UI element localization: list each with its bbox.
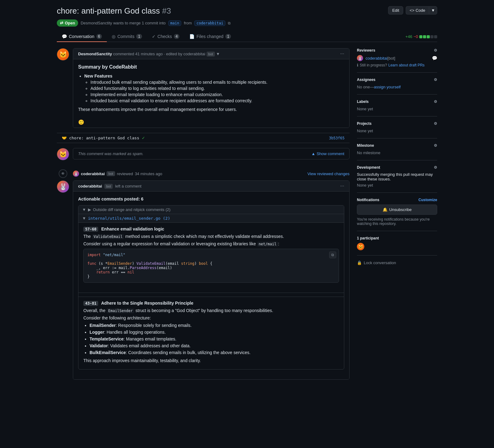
avatar-desmond: 🐱 <box>57 48 69 61</box>
feature-2: Added functionality to log activities re… <box>90 86 344 91</box>
unsubscribe-button[interactable]: 🔔 Unsubscribe <box>357 205 437 215</box>
diff-comment-heading-2: Adhere to the Single Responsibility Prin… <box>101 301 194 306</box>
learn-link[interactable]: Learn about draft PRs <box>388 63 425 67</box>
actionable-avatar-spacer: 🐰 <box>57 180 69 380</box>
actionable-body: Actionable comments posted: 6 ▼ ▶ Outsid… <box>73 192 349 379</box>
actionable-author[interactable]: coderabbitai <box>78 184 102 188</box>
pr-status-row: ⇄ Open DesmondSanctity wants to merge 1 … <box>57 19 437 27</box>
status-from: from <box>184 21 192 25</box>
reviewers-gear-icon[interactable]: ⚙ <box>434 48 437 53</box>
diff-section-header-1[interactable]: ▼ ▶ Outside diff range and nitpick comme… <box>78 205 344 214</box>
copy-icon[interactable]: ⧉ <box>228 21 231 25</box>
section-label: Outside diff range and nitpick comments … <box>93 207 170 212</box>
tab-conversation-label: Conversation <box>69 34 94 39</box>
status-description: DesmondSanctity wants to merge 1 commit … <box>81 21 165 25</box>
avatar-desmond-img: 🐱 <box>57 49 69 60</box>
code-dropdown-button[interactable]: ▼ <box>429 6 437 15</box>
diff-comment-item-2: 43-81 Adhere to the Single Responsibilit… <box>78 297 344 369</box>
code-line-1: import "net/mail" <box>87 253 335 257</box>
arch-item-4: Validator: Validates email addresses and… <box>90 343 339 348</box>
assign-yourself-link[interactable]: assign yourself <box>374 85 401 89</box>
reviewer-name-link[interactable]: coderabbitai <box>366 56 387 61</box>
actionable-wrapper: 🐰 coderabbitai bot left a comment ··· Ac… <box>57 180 350 380</box>
files-icon: 📄 <box>189 34 195 39</box>
tab-conversation[interactable]: 💬 Conversation 6 <box>57 32 107 42</box>
spam-notice: This comment was marked as spam. ▲ Show … <box>73 148 350 159</box>
diff-bar-5 <box>434 35 437 38</box>
diff-minus: −0 <box>413 34 418 39</box>
reviewer-small-avatar: 🐰 <box>73 171 79 177</box>
labels-none: None yet <box>357 107 373 111</box>
head-branch[interactable]: coderabbitai <box>194 20 225 26</box>
tab-commits-label: Commits <box>117 34 134 39</box>
commit-hash[interactable]: 3b53f65 <box>329 136 345 140</box>
code-icon: <> <box>410 8 414 13</box>
actionable-avatar: 🐰 <box>57 180 69 193</box>
development-gear-icon[interactable]: ⚙ <box>434 165 437 170</box>
participant-avatar: 🐱 <box>357 243 364 250</box>
pr-tabs: 💬 Conversation 6 ◎ Commits 1 ✓ Checks 4 … <box>57 32 437 42</box>
comment1-author[interactable]: DesmondSanctity <box>78 52 112 56</box>
tab-checks[interactable]: ✓ Checks 4 <box>147 32 184 42</box>
code-btn-label: Code <box>416 8 425 13</box>
labels-gear-icon[interactable]: ⚙ <box>434 99 437 104</box>
comment1-footer: 🙂 <box>73 117 349 128</box>
open-badge-text: Open <box>65 21 75 25</box>
checks-badge: 4 <box>174 34 180 39</box>
actionable-menu[interactable]: ··· <box>340 183 344 189</box>
files-badge: 1 <box>225 34 231 39</box>
unsubscribe-label: Unsubscribe <box>389 207 412 212</box>
tab-checks-label: Checks <box>157 34 172 39</box>
projects-none: None yet <box>357 129 373 133</box>
eye-icon: 👁 <box>59 169 67 178</box>
commits-icon: ◎ <box>112 34 115 39</box>
code-button[interactable]: <> Code <box>406 6 429 15</box>
actionable-comment-box: coderabbitai bot left a comment ··· Acti… <box>73 180 350 380</box>
diff-comment-p2: Consider using a regular expression for … <box>83 241 339 246</box>
base-branch[interactable]: main <box>168 20 182 26</box>
milestone-label: Milestone <box>357 143 374 148</box>
dropdown-arrow-icon[interactable]: ▼ <box>216 52 220 56</box>
show-comment-btn[interactable]: ▲ Show comment <box>312 151 344 156</box>
comment1-menu[interactable]: ··· <box>340 51 344 57</box>
labels-header: Labels ⚙ <box>357 99 437 104</box>
edit-button[interactable]: Edit <box>388 6 403 15</box>
code-line-5: } <box>87 274 335 279</box>
milestone-header: Milestone ⚙ <box>357 143 437 148</box>
reviewer-comment-icon[interactable]: 💬 <box>432 56 437 61</box>
merge-icon: ⇄ <box>60 21 63 25</box>
participant-row: 🐱 <box>357 243 437 250</box>
diff-bar <box>419 35 437 38</box>
comment-box-1: DesmondSanctity commented 41 minutes ago… <box>73 48 350 128</box>
comment1-edited: edited by coderabbitai <box>166 52 205 56</box>
development-label: Development <box>357 165 380 170</box>
notification-text: You're receiving notifications because y… <box>357 217 437 226</box>
pr-title: chore: anti-pattern God class #3 <box>57 6 171 16</box>
assignees-header: Assignees ⚙ <box>357 78 437 82</box>
milestone-gear-icon[interactable]: ⚙ <box>434 143 437 148</box>
reviewer-avatar: 🐰 <box>357 55 363 61</box>
sidebar-labels: Labels ⚙ None yet <box>357 95 437 116</box>
comment-1: 🐱 DesmondSanctity commented 41 minutes a… <box>57 48 350 128</box>
sidebar-reviewers: Reviewers ⚙ 🐰 coderabbitai[bot] 💬 ℹ Stil… <box>357 48 437 73</box>
checks-icon: ✓ <box>152 34 156 39</box>
new-features-heading: New Features <box>84 74 344 78</box>
summary-title: Summary by CodeRabbit <box>78 64 344 70</box>
tab-files-changed[interactable]: 📄 Files changed 1 <box>184 32 236 42</box>
copy-code-btn-1[interactable]: ⧉ <box>329 251 336 258</box>
code-btn-group: <> Code ▼ <box>406 6 437 15</box>
tab-commits[interactable]: ◎ Commits 1 <box>107 32 147 42</box>
review-author[interactable]: coderabbitai <box>81 171 105 176</box>
code-block-1: ⧉ import "net/mail" func (s *EmailSender… <box>83 249 339 283</box>
assignees-gear-icon[interactable]: ⚙ <box>434 78 437 82</box>
view-changes-link[interactable]: View reviewed changes <box>308 171 350 176</box>
emoji-button-1[interactable]: 🙂 <box>78 119 84 125</box>
diff-comment-conclusion: This approach improves maintainability, … <box>83 358 339 363</box>
feature-1: Introduced bulk email sending capability… <box>90 80 344 85</box>
in-progress-text: Still in progress? <box>360 63 387 67</box>
customize-link[interactable]: Customize <box>418 198 437 202</box>
comment1-summary: These enhancements improve the overall e… <box>78 107 344 112</box>
lock-conversation[interactable]: 🔒 Lock conversation <box>357 260 437 265</box>
projects-gear-icon[interactable]: ⚙ <box>434 121 437 126</box>
diff-file-header[interactable]: ▼ internal/utils/email_sender.go (2) <box>78 214 344 222</box>
